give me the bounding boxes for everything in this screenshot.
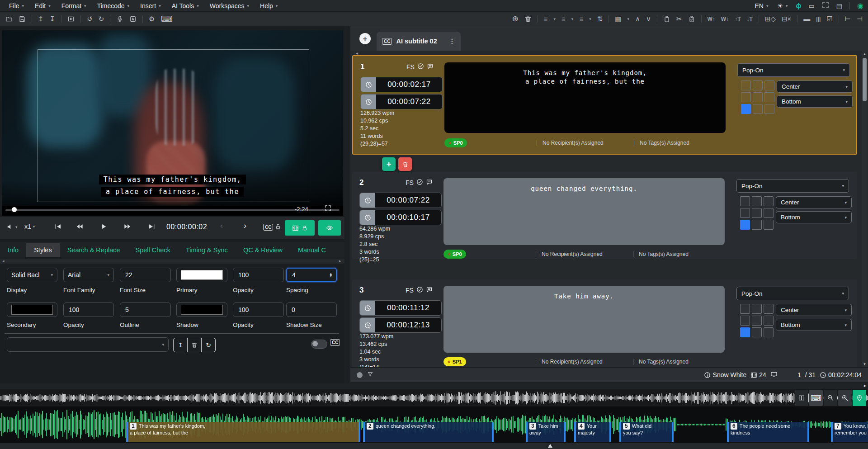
menu-workspaces[interactable]: Workspaces▾ xyxy=(205,2,254,9)
tabs-scrollbar[interactable]: ◂ ▸ xyxy=(0,259,344,264)
outline-field[interactable] xyxy=(124,306,166,314)
display-mode-select[interactable]: Pop-On▾ xyxy=(737,63,850,77)
rewind-button[interactable] xyxy=(76,223,83,232)
font-family-select[interactable]: Arial▾ xyxy=(63,268,114,282)
current-event-number[interactable]: 1 xyxy=(797,371,801,378)
keyboard-shortcuts-icon[interactable]: ⌨ xyxy=(809,390,823,406)
doc-tab-menu-icon[interactable]: ⋮ xyxy=(449,38,455,45)
primary-color-swatch[interactable] xyxy=(181,270,223,280)
fs-flag[interactable]: FS xyxy=(406,179,414,186)
open-folder-icon[interactable] xyxy=(5,15,13,23)
text-down-icon[interactable]: ↓T xyxy=(747,16,753,22)
tab-search-replace[interactable]: Search & Replace xyxy=(60,243,128,257)
zoom-in-icon[interactable] xyxy=(838,390,852,406)
scroll-left-icon[interactable]: ◂ xyxy=(2,259,5,263)
notes-icon[interactable]: ▤ xyxy=(836,2,842,9)
skip-start-button[interactable] xyxy=(54,223,61,232)
prev-event-button[interactable]: ‹ xyxy=(220,221,223,231)
valign-select[interactable]: Bottom▾ xyxy=(777,95,853,108)
mic-icon[interactable] xyxy=(116,15,123,23)
checkbox-icon[interactable]: ☑ xyxy=(826,15,832,22)
audio-detail-waveform[interactable]: 1This was my father's kingdom, a place o… xyxy=(0,406,868,443)
style-toggle[interactable] xyxy=(311,340,327,349)
check-circle-icon[interactable] xyxy=(416,179,423,187)
delete-event-button[interactable] xyxy=(398,157,412,171)
remove-speaker-icon[interactable]: × xyxy=(448,359,450,364)
display-mode-select[interactable]: Pop-On▾ xyxy=(736,179,849,193)
speaker-badge[interactable]: ×SP0 xyxy=(444,138,467,147)
opacity-field-2[interactable] xyxy=(68,306,109,314)
paste-icon[interactable] xyxy=(663,15,670,23)
fast-forward-button[interactable] xyxy=(124,223,131,232)
clipboard-check-icon[interactable] xyxy=(688,15,695,23)
move-down-icon[interactable]: ∨ xyxy=(646,15,651,22)
lock-video-button[interactable] xyxy=(285,220,315,236)
keyboard-icon[interactable]: ⌨ xyxy=(161,15,173,23)
position-cell-active[interactable] xyxy=(741,104,751,114)
scrollbar-thumb[interactable] xyxy=(863,58,867,101)
export-down-icon[interactable]: ↧ xyxy=(50,15,56,22)
display-indicator-icon[interactable] xyxy=(770,371,778,379)
subtitle-event-row-2[interactable]: 2 FS 00:00:07:22 00:00:10:17 64.286 wpm8… xyxy=(352,172,857,259)
tab-styles[interactable]: Styles xyxy=(26,243,60,257)
settings-icon[interactable]: ⚙ xyxy=(149,15,155,22)
snap-left-icon[interactable]: ⊢ xyxy=(845,15,851,22)
cc-toggle-icon[interactable]: CC xyxy=(263,224,273,231)
columns-icon[interactable]: ||| xyxy=(816,16,821,22)
remove-speaker-icon[interactable]: × xyxy=(448,141,451,146)
export-video-icon[interactable] xyxy=(67,15,75,23)
upload-style-button[interactable]: ↥ xyxy=(174,338,188,352)
secondary-color-picker[interactable] xyxy=(7,302,57,317)
align-center-icon[interactable]: ≡ xyxy=(561,15,566,22)
chevron-down-icon[interactable]: ▾ xyxy=(627,17,629,21)
subtitle-text-editor[interactable]: queen changed everything. xyxy=(443,178,725,245)
fullscreen-icon[interactable] xyxy=(822,1,829,10)
save-icon[interactable] xyxy=(19,15,26,23)
grid-view-icon[interactable]: ▦ xyxy=(615,15,621,22)
split-event-icon[interactable]: ⊞◇ xyxy=(765,15,776,22)
display-mode-icon[interactable]: ▭ xyxy=(809,2,815,9)
video-player[interactable]: This was my father's kingdom, a place of… xyxy=(2,30,343,216)
menu-insert[interactable]: Insert▾ xyxy=(136,2,165,9)
fs-flag[interactable]: FS xyxy=(406,63,415,71)
chevron-down-icon[interactable]: ▾ xyxy=(554,17,556,21)
skip-end-button[interactable] xyxy=(148,223,156,232)
tab-spell-check[interactable]: Spell Check xyxy=(128,243,178,257)
brand-icon[interactable]: ɸ xyxy=(796,2,802,10)
timeline-block-1[interactable]: 1This was my father's kingdom, a place o… xyxy=(126,422,360,442)
check-circle-icon[interactable] xyxy=(417,63,424,71)
menu-file[interactable]: File▾ xyxy=(5,2,28,9)
timecode-in-field[interactable]: 00:00:07:22 xyxy=(359,193,442,208)
next-event-button[interactable]: › xyxy=(244,221,246,231)
secondary-color-swatch[interactable] xyxy=(11,305,53,315)
language-selector[interactable]: EN▾ xyxy=(754,2,769,9)
scroll-right-icon[interactable]: ▸ xyxy=(339,259,341,263)
shadow-color-swatch[interactable] xyxy=(181,305,223,315)
subtitle-overlay-line2[interactable]: a place of fairness, but the xyxy=(2,187,343,197)
timeline-block-6[interactable]: 6The people need some kindness xyxy=(727,422,809,442)
vertical-scrollbar[interactable]: ▴ ▾ xyxy=(862,51,868,367)
recipients-label[interactable]: No Recipient(s) Assigned xyxy=(536,359,633,365)
text-up-icon[interactable]: ↑T xyxy=(735,16,741,22)
unlock-icon[interactable] xyxy=(275,223,281,231)
primary-color-picker[interactable] xyxy=(176,268,227,282)
shadow-size-field[interactable] xyxy=(291,306,332,314)
undo-icon[interactable]: ↺ xyxy=(87,15,93,22)
subtitle-event-row-3[interactable]: 3 FS 00:00:11:12 00:00:12:13 173.077 wpm… xyxy=(352,279,857,367)
menu-timecode[interactable]: Timecode▾ xyxy=(93,2,134,9)
valign-select[interactable]: Bottom▾ xyxy=(776,211,852,223)
word-down-icon[interactable]: W↓ xyxy=(721,16,729,22)
style-preset-select[interactable]: ▾ xyxy=(7,337,169,352)
play-button[interactable] xyxy=(100,223,107,232)
font-size-field[interactable] xyxy=(124,271,166,279)
word-up-icon[interactable]: W↑ xyxy=(708,16,715,22)
zoom-out-icon[interactable] xyxy=(824,390,837,406)
merge-event-icon[interactable]: ⊟× xyxy=(782,15,791,22)
delete-event-icon[interactable] xyxy=(524,15,532,23)
snap-right-icon[interactable]: ⊣ xyxy=(857,15,863,22)
remove-speaker-icon[interactable]: × xyxy=(448,252,450,257)
timeline-block-3[interactable]: 3Take him away xyxy=(526,422,566,442)
spacing-input[interactable]: ▴▾ xyxy=(286,268,337,282)
tab-qc-review[interactable]: QC & Review xyxy=(236,243,290,257)
subtitle-doc-tab[interactable]: CC AI subtitle 02 ⋮ xyxy=(377,32,461,51)
